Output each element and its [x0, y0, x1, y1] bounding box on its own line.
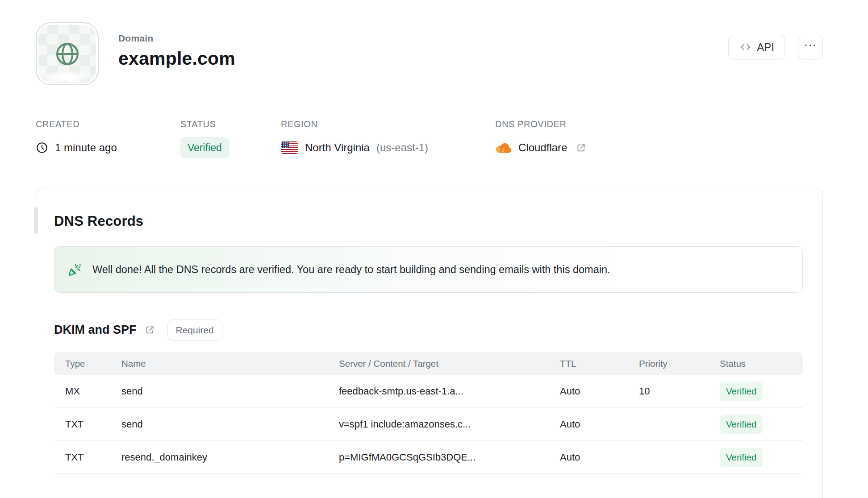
table-row[interactable]: TXT send v=spf1 include:amazonses.c... A… [54, 408, 803, 441]
record-ttl: Auto [560, 452, 639, 463]
meta-region: REGION North Virginia (us-east-1) [281, 119, 495, 158]
table-row[interactable]: MX send feedback-smtp.us-east-1.a... Aut… [54, 375, 803, 408]
us-flag-icon [281, 141, 298, 154]
dns-records-table: Type Name Server / Content / Target TTL … [54, 352, 803, 474]
success-banner-text: Well done! All the DNS records are verif… [92, 264, 610, 276]
record-content: v=spf1 include:amazonses.c... [339, 419, 560, 430]
col-header-ttl: TTL [560, 358, 639, 369]
cloudflare-icon [495, 142, 512, 154]
dns-provider-label: DNS PROVIDER [495, 119, 587, 129]
code-icon [739, 41, 752, 54]
external-link-icon[interactable] [576, 142, 587, 154]
record-status-badge: Verified [720, 448, 763, 467]
dns-records-card: DNS Records Well done! All the DNS recor… [36, 188, 823, 498]
record-priority: 10 [639, 386, 720, 397]
domain-kind-label: Domain [118, 33, 235, 44]
external-link-icon[interactable] [144, 324, 155, 336]
meta-created: CREATED 1 minute ago [36, 119, 180, 158]
record-type: MX [54, 386, 121, 397]
page-header: Domain example.com API ··· [0, 0, 868, 85]
record-content: p=MIGfMA0GCSqGSIb3DQE... [339, 452, 560, 463]
created-value: 1 minute ago [55, 141, 117, 154]
record-status-badge: Verified [720, 415, 763, 434]
party-popper-icon [67, 262, 82, 277]
domain-meta: CREATED 1 minute ago STATUS Verified REG… [36, 119, 868, 158]
api-button[interactable]: API [728, 35, 785, 59]
dns-provider-value: Cloudflare [518, 141, 567, 154]
table-header-row: Type Name Server / Content / Target TTL … [54, 352, 803, 375]
region-code: (us-east-1) [376, 141, 428, 154]
dkim-spf-title: DKIM and SPF [54, 323, 137, 337]
col-header-content: Server / Content / Target [339, 358, 560, 369]
scroll-accent-bar [34, 207, 38, 234]
col-header-type: Type [54, 358, 121, 369]
col-header-priority: Priority [639, 358, 720, 369]
record-content: feedback-smtp.us-east-1.a... [339, 386, 560, 397]
meta-status: STATUS Verified [180, 119, 281, 158]
record-name: send [121, 419, 339, 430]
record-name: send [121, 386, 339, 397]
record-ttl: Auto [560, 386, 639, 397]
record-name: resend._domainkey [121, 452, 339, 463]
record-status-badge: Verified [720, 382, 763, 401]
col-header-status: Status [720, 358, 803, 369]
meta-dns-provider: DNS PROVIDER Cloudflare [495, 119, 587, 158]
globe-icon [53, 40, 82, 68]
region-name: North Virginia [305, 141, 370, 154]
domain-avatar [36, 22, 99, 85]
region-label: REGION [281, 119, 495, 129]
ellipsis-icon: ··· [804, 38, 817, 52]
header-actions: API ··· [728, 35, 823, 59]
col-header-name: Name [121, 358, 339, 369]
clock-icon [36, 141, 48, 154]
created-label: CREATED [36, 119, 180, 129]
status-label: STATUS [180, 119, 281, 129]
status-badge: Verified [180, 137, 229, 158]
success-banner: Well done! All the DNS records are verif… [54, 246, 803, 293]
dns-records-title: DNS Records [54, 213, 803, 229]
record-type: TXT [54, 419, 121, 430]
record-type: TXT [54, 452, 121, 463]
more-options-button[interactable]: ··· [798, 35, 823, 59]
table-row[interactable]: TXT resend._domainkey p=MIGfMA0GCSqGSIb3… [54, 441, 803, 474]
required-badge: Required [167, 320, 222, 340]
dkim-spf-section-header: DKIM and SPF Required [54, 320, 803, 340]
api-button-label: API [757, 41, 774, 54]
page-title: example.com [118, 48, 235, 69]
record-ttl: Auto [560, 419, 639, 430]
